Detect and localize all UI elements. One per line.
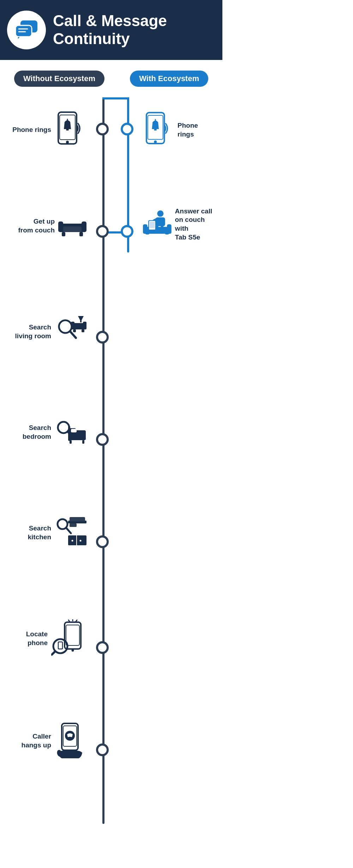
svg-rect-36 (73, 329, 76, 332)
caller-hangs-up-icon (55, 722, 86, 760)
step-couch-left: Get upfrom couch (18, 214, 86, 238)
svg-rect-25 (145, 230, 149, 235)
header-icon-wrap (7, 11, 46, 49)
person-couch-tablet-icon (143, 207, 172, 242)
svg-rect-66 (58, 642, 62, 649)
with-ecosystem-badge: With Ecosystem (130, 71, 208, 87)
phone-rings-left-label: Phone rings (12, 126, 51, 134)
living-room-label: Searchliving room (15, 323, 51, 340)
svg-rect-2 (16, 25, 32, 37)
svg-rect-19 (63, 226, 82, 232)
node-1-right (121, 123, 133, 135)
step-phone-rings-left: Phone rings (12, 111, 86, 148)
locate-phone-label: Locatephone (26, 630, 48, 647)
without-ecosystem-badge: Without Ecosystem (14, 71, 104, 87)
svg-point-60 (72, 649, 74, 652)
step-phone-rings-right: Phone rings (143, 111, 215, 148)
svg-rect-35 (83, 322, 86, 329)
answer-couch-label: Answer callon couch withTab S5e (175, 207, 215, 242)
node-5 (96, 535, 109, 548)
svg-point-8 (66, 141, 69, 144)
svg-point-27 (157, 211, 163, 217)
step-caller-hangs-up: Callerhangs up (22, 722, 86, 760)
svg-rect-21 (79, 232, 83, 236)
svg-point-13 (154, 140, 157, 143)
caller-hangs-up-label: Callerhangs up (22, 732, 51, 749)
node-7 (96, 743, 109, 756)
svg-rect-57 (70, 523, 77, 527)
phone-bell-icon-left (55, 111, 86, 148)
couch-label: Get upfrom couch (18, 217, 55, 235)
node-4 (96, 433, 109, 446)
svg-line-49 (66, 528, 71, 533)
bedroom-label: Searchbedroom (23, 424, 51, 441)
step-bedroom: Searchbedroom (23, 418, 86, 447)
svg-marker-39 (78, 316, 84, 320)
step-living-room: Searchliving room (15, 316, 86, 348)
kitchen-icon (55, 517, 86, 549)
svg-rect-73 (70, 750, 73, 756)
step-kitchen: Searchkitchen (28, 517, 86, 549)
svg-rect-45 (71, 429, 77, 432)
main-content: Without Ecosystem With Ecosystem Phone r… (0, 60, 222, 852)
svg-rect-17 (58, 221, 63, 232)
svg-rect-47 (82, 440, 84, 444)
svg-rect-20 (62, 232, 65, 236)
node-6 (96, 641, 109, 654)
svg-line-32 (70, 332, 76, 338)
labels-row: Without Ecosystem With Ecosystem (7, 71, 215, 87)
living-room-icon (55, 316, 86, 348)
timeline-line-left (102, 97, 104, 824)
node-2-right (121, 225, 133, 238)
svg-rect-28 (156, 217, 165, 226)
node-3 (96, 331, 109, 344)
svg-marker-3 (18, 37, 20, 40)
svg-rect-37 (82, 329, 84, 332)
svg-point-55 (72, 540, 73, 542)
svg-rect-34 (71, 322, 74, 329)
bedroom-icon (55, 418, 86, 447)
phone-rings-right-label: Phone rings (178, 121, 215, 139)
header-title: Call & Message Continuity (53, 12, 212, 48)
svg-rect-14 (154, 129, 157, 130)
timeline: Phone rings (7, 90, 215, 831)
couch-icon (58, 214, 86, 238)
step-answer-couch: Answer callon couch withTab S5e (143, 207, 215, 242)
svg-point-56 (80, 540, 82, 542)
svg-rect-44 (68, 426, 70, 441)
svg-line-65 (52, 652, 55, 655)
svg-line-62 (68, 620, 70, 621)
svg-rect-30 (150, 222, 155, 228)
svg-line-63 (76, 620, 77, 621)
timeline-horiz-top (102, 97, 129, 99)
step-locate-phone: Locatephone (26, 619, 86, 658)
svg-rect-46 (70, 440, 72, 444)
svg-rect-9 (66, 129, 69, 130)
chat-icon (14, 18, 39, 42)
svg-rect-51 (70, 517, 85, 521)
phone-bell-icon-right (143, 111, 174, 148)
node-1-left (96, 123, 109, 135)
svg-rect-18 (82, 221, 86, 232)
locate-phone-icon (51, 619, 86, 658)
svg-rect-74 (74, 751, 77, 756)
node-2-left (96, 225, 109, 238)
header: Call & Message Continuity (0, 0, 222, 60)
svg-rect-59 (66, 625, 79, 645)
kitchen-label: Searchkitchen (28, 524, 51, 541)
svg-rect-72 (66, 750, 69, 756)
